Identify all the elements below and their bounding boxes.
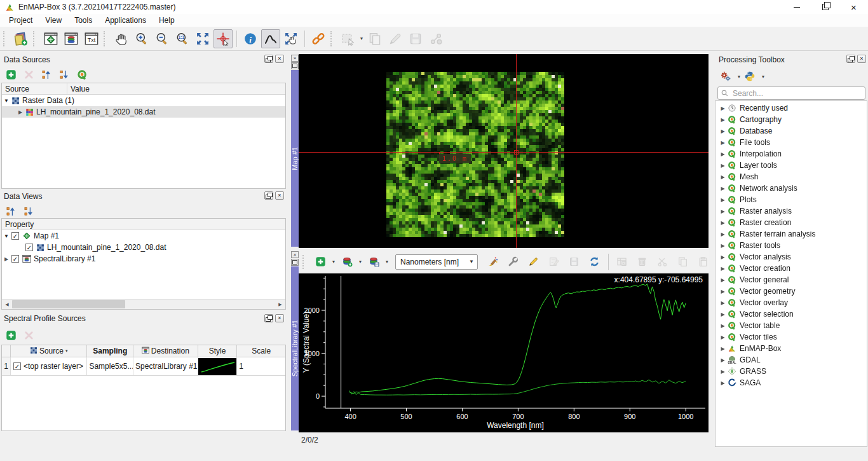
expander-icon[interactable]: ▶: [719, 334, 727, 340]
column-header-style[interactable]: Style: [198, 345, 238, 357]
expander-icon[interactable]: ▶: [719, 357, 727, 363]
save-library-button[interactable]: [364, 252, 383, 272]
add-profile-button[interactable]: [311, 252, 330, 272]
toolbox-item-layer-tools[interactable]: ▶Layer tools: [715, 160, 867, 171]
close-panel-button[interactable]: ×: [857, 55, 866, 63]
toolbox-item-cartography[interactable]: ▶Cartography: [715, 114, 867, 125]
toolbox-item-vector-selection[interactable]: ▶Vector selection: [715, 308, 867, 320]
add-data-source-button[interactable]: [3, 67, 18, 82]
menu-applications[interactable]: Applications: [98, 15, 153, 26]
open-spectral-library-window-button[interactable]: [62, 29, 81, 48]
link-map-views-button[interactable]: [309, 29, 328, 48]
toolbox-item-vector-table[interactable]: ▶Vector table: [715, 320, 867, 331]
close-panel-button[interactable]: ×: [275, 55, 284, 63]
float-panel-button[interactable]: [846, 55, 855, 63]
close-panel-button[interactable]: ×: [275, 314, 284, 322]
toolbox-item-vector-creation[interactable]: ▶Vector creation: [715, 263, 867, 274]
column-header-scale[interactable]: Scale: [237, 345, 285, 357]
python-console-button[interactable]: [742, 69, 757, 84]
expander-icon[interactable]: ▶: [719, 312, 727, 317]
copy-features-button[interactable]: [365, 29, 384, 48]
toolbox-item-raster-analysis[interactable]: ▶Raster analysis: [715, 205, 867, 217]
toolbox-item-mesh[interactable]: ▶Mesh: [715, 171, 867, 182]
zoom-native-resolution-button[interactable]: 1:1: [173, 29, 192, 48]
restore-button[interactable]: [811, 0, 839, 14]
toggle-editing-button[interactable]: [386, 29, 405, 48]
copy-profiles-button[interactable]: [674, 252, 693, 272]
expander-icon[interactable]: ▶: [719, 323, 727, 329]
zoom-out-button[interactable]: [153, 29, 172, 48]
scale-cell[interactable]: 1: [237, 357, 285, 375]
paste-profiles-button[interactable]: [694, 252, 713, 272]
processing-options-button[interactable]: [718, 69, 733, 84]
toggle-editing-button[interactable]: [524, 252, 543, 272]
minimize-button[interactable]: [782, 0, 811, 14]
toolbox-item-database[interactable]: ▶Database: [715, 125, 867, 137]
menu-project[interactable]: Project: [3, 15, 39, 26]
search-box[interactable]: [717, 86, 865, 100]
crosshair-tool-button[interactable]: [214, 29, 233, 48]
float-panel-button[interactable]: [264, 191, 273, 200]
expander-icon[interactable]: ▶: [719, 186, 727, 191]
column-header-sampling[interactable]: Sampling: [87, 345, 133, 357]
expand-all-button[interactable]: [57, 67, 72, 82]
expander-icon[interactable]: ▶: [719, 369, 727, 375]
tree-item-map-layer[interactable]: ✓ LH_mountain_pine_1_2020_08.dat: [2, 242, 285, 253]
toolbox-item-vector-analysis[interactable]: ▶Vector analysis: [715, 251, 867, 263]
expander-icon[interactable]: ▶: [719, 140, 727, 146]
menu-view[interactable]: View: [39, 15, 68, 26]
expander-icon[interactable]: ▶: [719, 231, 727, 237]
add-profile-button-dropdown[interactable]: ▼: [330, 254, 337, 270]
toolbox-item-vector-geometry[interactable]: ▶Vector geometry: [715, 286, 867, 297]
sampling-cell[interactable]: Sample5x5...: [87, 357, 133, 375]
toolbox-item-file-tools[interactable]: ▶File tools: [715, 137, 867, 148]
remove-profile-source-button[interactable]: [21, 327, 36, 343]
float-panel-button[interactable]: [264, 55, 273, 63]
add-data-source-button[interactable]: [11, 29, 31, 48]
float-speclib-button[interactable]: [291, 259, 299, 266]
expand-all-button[interactable]: [21, 203, 36, 219]
column-header-property[interactable]: Property: [2, 219, 285, 230]
cut-profiles-button[interactable]: [653, 252, 672, 272]
float-panel-button[interactable]: [264, 314, 273, 322]
expander-icon[interactable]: ▶: [16, 109, 25, 115]
map-dock-strip[interactable]: Map #1: [291, 70, 299, 247]
remove-data-source-button[interactable]: [21, 67, 36, 82]
source-cell[interactable]: ✓ <top raster layer>: [11, 357, 87, 375]
expander-icon[interactable]: ▼: [2, 233, 11, 239]
expander-icon[interactable]: ▶: [719, 220, 727, 226]
reload-library-button[interactable]: [585, 252, 604, 272]
expander-icon[interactable]: ▶: [719, 266, 727, 272]
toolbox-item-raster-creation[interactable]: ▶Raster creation: [715, 217, 867, 228]
expander-icon[interactable]: ▶: [719, 163, 727, 169]
close-map-button[interactable]: ×: [291, 55, 299, 62]
expander-icon[interactable]: ▶: [2, 256, 11, 262]
close-speclib-button[interactable]: ×: [291, 251, 299, 258]
toolbox-item-gdal[interactable]: ▶GDALGDAL: [715, 354, 867, 366]
select-features-button[interactable]: [339, 29, 358, 48]
toolbox-item-network-analysis[interactable]: ▶Network analysis: [715, 182, 867, 194]
zoom-in-button[interactable]: [132, 29, 151, 48]
tree-item-raster-data[interactable]: ▼ Raster Data (1): [2, 95, 285, 106]
menu-help[interactable]: Help: [153, 15, 181, 26]
close-button[interactable]: ×: [839, 0, 868, 14]
expander-icon[interactable]: ▶: [719, 289, 727, 294]
toolbox-item-raster-tools[interactable]: ▶Raster tools: [715, 240, 867, 251]
expander-icon[interactable]: ▶: [719, 380, 727, 386]
tree-item-map1[interactable]: ▼ ✓ Map #1: [2, 230, 285, 242]
edit-properties-button[interactable]: [545, 252, 564, 272]
expander-icon[interactable]: ▶: [719, 254, 727, 260]
visibility-checkbox[interactable]: ✓: [25, 244, 33, 251]
menu-tools[interactable]: Tools: [68, 15, 98, 26]
destination-cell[interactable]: SpectralLibrary #1: [133, 357, 198, 375]
expander-icon[interactable]: ▶: [719, 106, 727, 111]
identify-tool-button[interactable]: i: [241, 29, 260, 48]
open-text-window-button[interactable]: Txt: [82, 29, 101, 48]
expander-icon[interactable]: ▶: [719, 197, 727, 203]
identify-pan-to-click-button[interactable]: [281, 29, 301, 48]
field-calculator-button[interactable]: x: [613, 252, 632, 272]
toolbox-item-vector-tiles[interactable]: ▶Vector tiles: [715, 331, 867, 343]
expander-icon[interactable]: ▶: [719, 151, 727, 157]
toolbox-item-recently-used[interactable]: ▶Recently used: [715, 102, 867, 114]
toolbox-item-raster-terrain-analysis[interactable]: ▶Raster terrain analysis: [715, 228, 867, 240]
